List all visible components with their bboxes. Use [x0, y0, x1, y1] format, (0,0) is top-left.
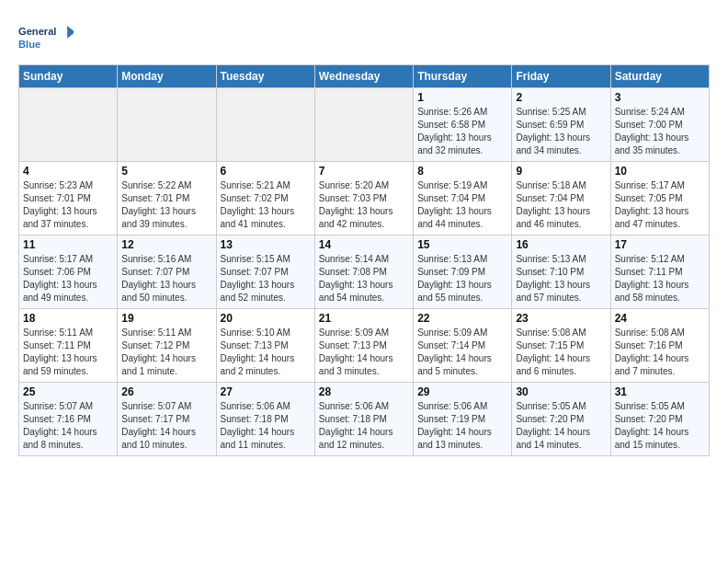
calendar-cell: 27Sunrise: 5:06 AM Sunset: 7:18 PM Dayli…: [216, 383, 314, 456]
calendar-cell: [314, 88, 413, 162]
calendar-cell: 22Sunrise: 5:09 AM Sunset: 7:14 PM Dayli…: [414, 309, 512, 383]
calendar-cell: 19Sunrise: 5:11 AM Sunset: 7:12 PM Dayli…: [118, 309, 216, 383]
calendar-cell: 13Sunrise: 5:15 AM Sunset: 7:07 PM Dayli…: [216, 236, 314, 309]
calendar-cell: [19, 88, 118, 162]
day-number: 9: [516, 165, 606, 178]
day-info: Sunrise: 5:23 AM Sunset: 7:01 PM Dayligh…: [23, 179, 113, 231]
day-number: 16: [516, 238, 606, 251]
day-number: 30: [516, 385, 606, 398]
day-info: Sunrise: 5:08 AM Sunset: 7:16 PM Dayligh…: [615, 327, 705, 378]
day-number: 31: [615, 385, 705, 398]
calendar-week-row: 1Sunrise: 5:26 AM Sunset: 6:58 PM Daylig…: [19, 88, 710, 162]
calendar-cell: 1Sunrise: 5:26 AM Sunset: 6:58 PM Daylig…: [414, 88, 512, 162]
day-number: 1: [417, 91, 507, 104]
day-info: Sunrise: 5:20 AM Sunset: 7:03 PM Dayligh…: [319, 179, 409, 231]
day-number: 28: [319, 385, 409, 398]
day-number: 27: [221, 385, 311, 398]
day-info: Sunrise: 5:14 AM Sunset: 7:08 PM Dayligh…: [319, 253, 409, 304]
day-info: Sunrise: 5:05 AM Sunset: 7:20 PM Dayligh…: [516, 400, 606, 452]
day-number: 19: [121, 312, 211, 325]
day-number: 26: [121, 385, 211, 398]
calendar-cell: 23Sunrise: 5:08 AM Sunset: 7:15 PM Dayli…: [512, 309, 610, 383]
day-info: Sunrise: 5:09 AM Sunset: 7:14 PM Dayligh…: [417, 327, 507, 378]
day-number: 3: [615, 91, 705, 104]
day-info: Sunrise: 5:17 AM Sunset: 7:06 PM Dayligh…: [23, 253, 113, 304]
day-info: Sunrise: 5:07 AM Sunset: 7:17 PM Dayligh…: [121, 400, 211, 452]
day-number: 5: [121, 165, 211, 178]
calendar-cell: 5Sunrise: 5:22 AM Sunset: 7:01 PM Daylig…: [118, 162, 216, 236]
calendar-cell: 16Sunrise: 5:13 AM Sunset: 7:10 PM Dayli…: [512, 236, 610, 309]
day-of-week-header: Sunday: [19, 65, 118, 88]
logo: General Blue: [18, 18, 74, 55]
calendar-cell: 2Sunrise: 5:25 AM Sunset: 6:59 PM Daylig…: [512, 88, 610, 162]
day-number: 21: [319, 312, 409, 325]
calendar-week-row: 11Sunrise: 5:17 AM Sunset: 7:06 PM Dayli…: [19, 236, 710, 309]
day-of-week-header: Tuesday: [216, 65, 314, 88]
calendar-cell: [216, 88, 314, 162]
day-info: Sunrise: 5:15 AM Sunset: 7:07 PM Dayligh…: [221, 253, 311, 304]
calendar-cell: 14Sunrise: 5:14 AM Sunset: 7:08 PM Dayli…: [314, 236, 413, 309]
day-of-week-header: Wednesday: [314, 65, 413, 88]
calendar-cell: 24Sunrise: 5:08 AM Sunset: 7:16 PM Dayli…: [610, 309, 709, 383]
calendar-table: SundayMondayTuesdayWednesdayThursdayFrid…: [18, 64, 710, 456]
calendar-cell: 26Sunrise: 5:07 AM Sunset: 7:17 PM Dayli…: [118, 383, 216, 456]
calendar-cell: 11Sunrise: 5:17 AM Sunset: 7:06 PM Dayli…: [19, 236, 118, 309]
day-info: Sunrise: 5:21 AM Sunset: 7:02 PM Dayligh…: [221, 179, 311, 231]
calendar-cell: 6Sunrise: 5:21 AM Sunset: 7:02 PM Daylig…: [216, 162, 314, 236]
day-info: Sunrise: 5:06 AM Sunset: 7:18 PM Dayligh…: [221, 400, 311, 452]
day-of-week-header: Monday: [118, 65, 216, 88]
day-number: 17: [615, 238, 705, 251]
day-info: Sunrise: 5:11 AM Sunset: 7:11 PM Dayligh…: [23, 327, 113, 378]
calendar-week-row: 4Sunrise: 5:23 AM Sunset: 7:01 PM Daylig…: [19, 162, 710, 236]
day-info: Sunrise: 5:07 AM Sunset: 7:16 PM Dayligh…: [23, 400, 113, 452]
calendar-cell: 12Sunrise: 5:16 AM Sunset: 7:07 PM Dayli…: [118, 236, 216, 309]
day-info: Sunrise: 5:24 AM Sunset: 7:00 PM Dayligh…: [615, 106, 705, 157]
day-number: 11: [23, 238, 113, 251]
calendar-cell: 28Sunrise: 5:06 AM Sunset: 7:18 PM Dayli…: [314, 383, 413, 456]
day-number: 13: [221, 238, 311, 251]
day-number: 18: [23, 312, 113, 325]
calendar-cell: [118, 88, 216, 162]
day-info: Sunrise: 5:06 AM Sunset: 7:19 PM Dayligh…: [417, 400, 507, 452]
calendar-cell: 4Sunrise: 5:23 AM Sunset: 7:01 PM Daylig…: [19, 162, 118, 236]
day-info: Sunrise: 5:13 AM Sunset: 7:09 PM Dayligh…: [417, 253, 507, 304]
calendar-cell: 31Sunrise: 5:05 AM Sunset: 7:20 PM Dayli…: [610, 383, 709, 456]
day-number: 12: [121, 238, 211, 251]
day-number: 2: [516, 91, 606, 104]
day-info: Sunrise: 5:22 AM Sunset: 7:01 PM Dayligh…: [121, 179, 211, 231]
calendar-cell: 25Sunrise: 5:07 AM Sunset: 7:16 PM Dayli…: [19, 383, 118, 456]
day-info: Sunrise: 5:05 AM Sunset: 7:20 PM Dayligh…: [615, 400, 705, 452]
svg-marker-2: [67, 26, 74, 39]
calendar-week-row: 25Sunrise: 5:07 AM Sunset: 7:16 PM Dayli…: [19, 383, 710, 456]
day-info: Sunrise: 5:16 AM Sunset: 7:07 PM Dayligh…: [121, 253, 211, 304]
day-info: Sunrise: 5:06 AM Sunset: 7:18 PM Dayligh…: [319, 400, 409, 452]
day-info: Sunrise: 5:11 AM Sunset: 7:12 PM Dayligh…: [121, 327, 211, 378]
day-number: 22: [417, 312, 507, 325]
day-of-week-header: Thursday: [414, 65, 512, 88]
day-number: 7: [319, 165, 409, 178]
day-info: Sunrise: 5:10 AM Sunset: 7:13 PM Dayligh…: [221, 327, 311, 378]
calendar-week-row: 18Sunrise: 5:11 AM Sunset: 7:11 PM Dayli…: [19, 309, 710, 383]
calendar-cell: 17Sunrise: 5:12 AM Sunset: 7:11 PM Dayli…: [610, 236, 709, 309]
day-number: 4: [23, 165, 113, 178]
calendar-cell: 18Sunrise: 5:11 AM Sunset: 7:11 PM Dayli…: [19, 309, 118, 383]
calendar-cell: 10Sunrise: 5:17 AM Sunset: 7:05 PM Dayli…: [610, 162, 709, 236]
day-info: Sunrise: 5:19 AM Sunset: 7:04 PM Dayligh…: [417, 179, 507, 231]
day-number: 25: [23, 385, 113, 398]
day-number: 6: [221, 165, 311, 178]
day-number: 15: [417, 238, 507, 251]
day-number: 24: [615, 312, 705, 325]
calendar-header-row: SundayMondayTuesdayWednesdayThursdayFrid…: [19, 65, 710, 88]
calendar-cell: 21Sunrise: 5:09 AM Sunset: 7:13 PM Dayli…: [314, 309, 413, 383]
day-info: Sunrise: 5:08 AM Sunset: 7:15 PM Dayligh…: [516, 327, 606, 378]
day-number: 29: [417, 385, 507, 398]
svg-text:Blue: Blue: [18, 39, 40, 50]
day-info: Sunrise: 5:13 AM Sunset: 7:10 PM Dayligh…: [516, 253, 606, 304]
day-info: Sunrise: 5:18 AM Sunset: 7:04 PM Dayligh…: [516, 179, 606, 231]
day-info: Sunrise: 5:25 AM Sunset: 6:59 PM Dayligh…: [516, 106, 606, 157]
calendar-cell: 8Sunrise: 5:19 AM Sunset: 7:04 PM Daylig…: [414, 162, 512, 236]
day-number: 23: [516, 312, 606, 325]
day-number: 20: [221, 312, 311, 325]
logo-icon: General Blue: [18, 18, 74, 55]
svg-text:General: General: [18, 26, 56, 37]
